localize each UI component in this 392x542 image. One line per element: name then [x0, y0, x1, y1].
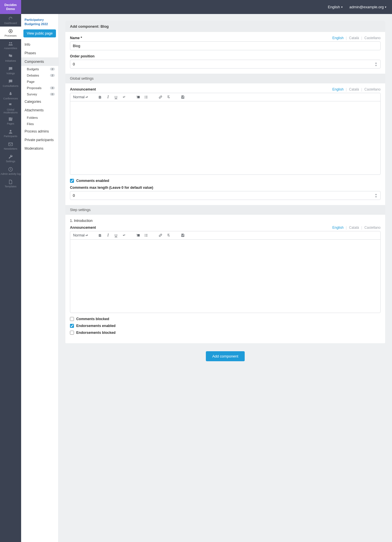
- name-input[interactable]: [70, 41, 381, 50]
- secondary-info[interactable]: Info: [21, 40, 58, 49]
- step-announcement-label: Announcement: [70, 226, 96, 230]
- lang-tab-castellano[interactable]: Castellano: [361, 36, 381, 40]
- lang-tab-english[interactable]: English: [332, 36, 343, 40]
- title-bar: English admin@example.org: [21, 0, 392, 14]
- lang-tab-català[interactable]: Català: [346, 226, 359, 230]
- nav-pages[interactable]: Pages: [0, 115, 21, 127]
- italic-icon[interactable]: I: [106, 95, 110, 99]
- user-dropdown[interactable]: admin@example.org: [349, 5, 386, 9]
- svg-rect-20: [182, 236, 184, 237]
- svg-point-12: [145, 97, 145, 97]
- bold-icon[interactable]: B: [98, 233, 102, 238]
- unordered-list-icon[interactable]: [144, 233, 148, 238]
- secondary-sub-survey[interactable]: Survey0: [21, 91, 58, 97]
- secondary-attachments[interactable]: Attachments: [21, 106, 58, 115]
- linebreak-icon[interactable]: [122, 233, 126, 238]
- save-icon[interactable]: [180, 233, 185, 238]
- linebreak-icon[interactable]: [122, 95, 126, 99]
- name-field: Name * EnglishCatalàCastellano: [70, 36, 381, 50]
- clear-format-icon[interactable]: [166, 233, 171, 238]
- view-public-button[interactable]: View public page: [23, 29, 56, 37]
- endorsements-blocked-checkbox[interactable]: [70, 331, 74, 335]
- endorsements-enabled-row: Endorsements enabled: [70, 324, 381, 328]
- secondary-components[interactable]: Components: [21, 57, 58, 66]
- count-badge: 2: [50, 68, 55, 71]
- brand-logo[interactable]: Decidim Demo: [0, 0, 21, 14]
- nav-participants[interactable]: Participants: [0, 127, 21, 140]
- nav-conferences[interactable]: Conferences: [0, 89, 21, 102]
- secondary-process-admins[interactable]: Process admins: [21, 127, 58, 136]
- svg-rect-15: [182, 97, 184, 99]
- save-icon[interactable]: [180, 95, 185, 99]
- comments-max-input[interactable]: [70, 191, 381, 200]
- italic-icon[interactable]: I: [106, 233, 110, 238]
- order-field: Order position ▲▼: [70, 54, 381, 69]
- main-content: Add component: Blog Name * EnglishCatalà…: [59, 14, 392, 542]
- card-title: Add component: Blog: [65, 21, 385, 32]
- nav-admin-activity-log[interactable]: Admin activity log: [0, 165, 21, 177]
- svg-point-13: [145, 98, 145, 99]
- secondary-sub-page[interactable]: Page: [21, 79, 58, 85]
- count-badge: 0: [50, 93, 55, 96]
- comments-blocked-label: Comments blocked: [76, 317, 109, 321]
- nav-templates[interactable]: Templates: [0, 177, 21, 190]
- lang-tab-català[interactable]: Català: [346, 36, 359, 40]
- lang-tabs-step-announcement: EnglishCatalàCastellano: [330, 226, 381, 230]
- lang-tab-castellano[interactable]: Castellano: [361, 226, 381, 230]
- nav-consultations[interactable]: Consultations: [0, 77, 21, 89]
- lang-tab-català[interactable]: Català: [346, 87, 359, 91]
- secondary-nav: Participatory Budgeting 2022 View public…: [21, 14, 59, 542]
- editor-toolbar: NormalBIU: [70, 93, 380, 101]
- comments-blocked-checkbox[interactable]: [70, 317, 74, 321]
- announcement-textarea[interactable]: [70, 101, 380, 174]
- lang-tab-castellano[interactable]: Castellano: [361, 87, 381, 91]
- nav-assemblies[interactable]: Assemblies: [0, 39, 21, 52]
- clear-format-icon[interactable]: [166, 95, 171, 99]
- underline-icon[interactable]: U: [114, 95, 118, 99]
- secondary-sub-budgets[interactable]: Budgets2: [21, 66, 58, 72]
- unordered-list-icon[interactable]: [144, 95, 148, 99]
- nav-votings[interactable]: Votings: [0, 64, 21, 77]
- count-badge: 2: [50, 74, 55, 77]
- nav-processes[interactable]: Processes: [0, 27, 21, 39]
- secondary-private-participants[interactable]: Private participants: [21, 136, 58, 144]
- lang-tab-english[interactable]: English: [332, 226, 343, 230]
- lang-tab-english[interactable]: English: [332, 87, 343, 91]
- breadcrumb[interactable]: Participatory Budgeting 2022: [25, 18, 48, 26]
- nav-settings[interactable]: Settings: [0, 152, 21, 165]
- secondary-sub-proposals[interactable]: Proposals3: [21, 85, 58, 91]
- step-name: 1. Introduction: [70, 219, 381, 223]
- nav-initiatives[interactable]: Initiatives: [0, 52, 21, 64]
- secondary-sub-debates[interactable]: Debates2: [21, 72, 58, 79]
- endorsements-enabled-checkbox[interactable]: [70, 324, 74, 328]
- name-label: Name *: [70, 36, 82, 40]
- link-icon[interactable]: [158, 95, 163, 99]
- bold-icon[interactable]: B: [98, 95, 102, 99]
- format-select[interactable]: Normal: [73, 233, 88, 237]
- svg-rect-5: [9, 117, 10, 121]
- order-input[interactable]: [70, 60, 381, 69]
- add-component-button[interactable]: Add component: [206, 351, 244, 361]
- secondary-categories[interactable]: Categories: [21, 97, 58, 106]
- comments-max-label: Comments max length (Leave 0 for default…: [70, 186, 153, 190]
- ordered-list-icon[interactable]: [136, 95, 140, 99]
- nav-global-moderations[interactable]: Global moderations: [0, 102, 21, 115]
- order-label: Order position: [70, 54, 95, 58]
- secondary-phases[interactable]: Phases: [21, 49, 58, 57]
- ordered-list-icon[interactable]: [136, 233, 140, 238]
- nav-newsletters[interactable]: Newsletters: [0, 140, 21, 152]
- step-settings-heading: Step settings: [65, 205, 385, 215]
- comments-enabled-checkbox[interactable]: [70, 179, 74, 183]
- svg-rect-14: [182, 96, 183, 97]
- svg-point-11: [145, 96, 145, 97]
- step-announcement-textarea[interactable]: [70, 240, 380, 313]
- secondary-sub-folders[interactable]: Folders: [21, 115, 58, 121]
- language-dropdown[interactable]: English: [328, 5, 343, 9]
- nav-dashboard[interactable]: Dashboard: [0, 14, 21, 27]
- endorsements-enabled-label: Endorsements enabled: [76, 324, 116, 328]
- secondary-sub-files[interactable]: Files: [21, 121, 58, 127]
- format-select[interactable]: Normal: [73, 95, 88, 99]
- secondary-moderations[interactable]: Moderations: [21, 144, 58, 153]
- link-icon[interactable]: [158, 233, 163, 238]
- underline-icon[interactable]: U: [114, 233, 118, 238]
